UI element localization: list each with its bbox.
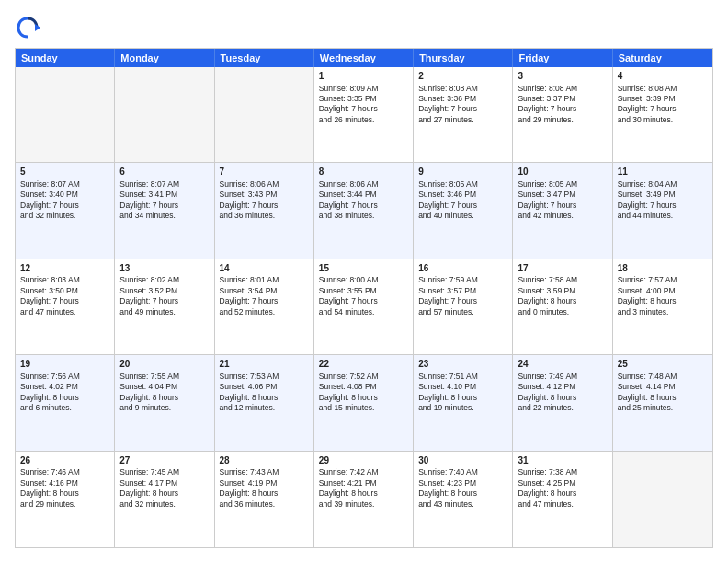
cell-line: and 52 minutes. <box>220 307 309 317</box>
cell-line: Daylight: 8 hours <box>220 488 309 499</box>
cell-line: Sunrise: 7:42 AM <box>319 467 408 477</box>
cell-line: Daylight: 7 hours <box>319 296 408 306</box>
cell-line: Daylight: 8 hours <box>119 393 209 403</box>
day-number: 7 <box>220 166 309 178</box>
cell-line: Sunrise: 8:06 AM <box>220 179 309 190</box>
calendar-cell-27: 27Sunrise: 7:45 AMSunset: 4:17 PMDayligh… <box>115 452 214 547</box>
cell-line: and 29 minutes. <box>20 500 109 510</box>
calendar-cell-2: 2Sunrise: 8:08 AMSunset: 3:36 PMDaylight… <box>414 67 513 162</box>
page: SundayMondayTuesdayWednesdayThursdayFrid… <box>0 0 728 563</box>
day-number: 23 <box>418 358 507 371</box>
cell-line: Sunrise: 7:46 AM <box>20 467 109 477</box>
calendar-cell-6: 6Sunrise: 8:07 AMSunset: 3:41 PMDaylight… <box>115 163 214 258</box>
cell-line: Sunset: 3:46 PM <box>418 190 507 200</box>
cell-line: Sunrise: 8:07 AM <box>119 179 209 190</box>
cell-line: Sunrise: 7:59 AM <box>418 275 507 285</box>
day-header-saturday: Saturday <box>613 49 712 67</box>
cell-line: Sunrise: 8:08 AM <box>418 84 507 94</box>
cell-line: Daylight: 8 hours <box>319 488 408 499</box>
cell-line: Daylight: 7 hours <box>20 201 109 211</box>
header <box>15 15 713 40</box>
cell-line: and 43 minutes. <box>418 500 507 510</box>
day-number: 9 <box>418 166 507 178</box>
day-number: 4 <box>618 70 708 83</box>
cell-line: and 47 minutes. <box>20 307 109 317</box>
calendar-row-4: 26Sunrise: 7:46 AMSunset: 4:16 PMDayligh… <box>16 452 712 547</box>
calendar-cell-3: 3Sunrise: 8:08 AMSunset: 3:37 PMDaylight… <box>513 67 612 162</box>
day-number: 25 <box>618 358 708 371</box>
cell-line: and 27 minutes. <box>418 115 507 125</box>
cell-line: Sunrise: 8:09 AM <box>319 84 408 94</box>
calendar-cell-16: 16Sunrise: 7:59 AMSunset: 3:57 PMDayligh… <box>414 259 513 354</box>
cell-line: Sunset: 3:55 PM <box>319 286 408 296</box>
day-number: 10 <box>518 166 607 178</box>
cell-line: and 54 minutes. <box>319 307 408 317</box>
day-number: 15 <box>319 262 408 275</box>
day-number: 12 <box>20 262 109 275</box>
calendar-cell-12: 12Sunrise: 8:03 AMSunset: 3:50 PMDayligh… <box>16 259 115 354</box>
cell-line: Daylight: 8 hours <box>618 296 708 306</box>
cell-line: Sunrise: 7:55 AM <box>119 372 209 382</box>
calendar-cell-7: 7Sunrise: 8:06 AMSunset: 3:43 PMDaylight… <box>215 163 314 258</box>
empty-cell <box>613 452 712 547</box>
cell-line: Sunset: 3:57 PM <box>418 286 507 296</box>
day-number: 30 <box>418 454 507 467</box>
day-number: 8 <box>319 166 408 178</box>
calendar-cell-25: 25Sunrise: 7:48 AMSunset: 4:14 PMDayligh… <box>613 355 712 450</box>
cell-line: and 26 minutes. <box>319 115 408 125</box>
cell-line: Sunrise: 8:00 AM <box>319 275 408 285</box>
empty-cell <box>16 67 115 162</box>
cell-line: and 0 minutes. <box>518 307 607 317</box>
cell-line: Sunrise: 8:05 AM <box>518 179 607 190</box>
calendar-row-0: 1Sunrise: 8:09 AMSunset: 3:35 PMDaylight… <box>16 67 712 163</box>
cell-line: Sunrise: 7:57 AM <box>618 275 708 285</box>
cell-line: Daylight: 8 hours <box>418 488 507 499</box>
cell-line: Daylight: 8 hours <box>518 488 607 499</box>
calendar-cell-13: 13Sunrise: 8:02 AMSunset: 3:52 PMDayligh… <box>115 259 214 354</box>
calendar-cell-26: 26Sunrise: 7:46 AMSunset: 4:16 PMDayligh… <box>16 452 115 547</box>
calendar-cell-14: 14Sunrise: 8:01 AMSunset: 3:54 PMDayligh… <box>215 259 314 354</box>
calendar-cell-31: 31Sunrise: 7:38 AMSunset: 4:25 PMDayligh… <box>513 452 612 547</box>
cell-line: Daylight: 7 hours <box>319 104 408 114</box>
cell-line: and 15 minutes. <box>319 403 408 413</box>
day-header-monday: Monday <box>115 49 214 67</box>
day-number: 27 <box>119 454 209 467</box>
day-number: 19 <box>20 358 109 371</box>
cell-line: Sunrise: 7:49 AM <box>518 372 607 382</box>
day-number: 17 <box>518 262 607 275</box>
cell-line: and 42 minutes. <box>518 211 607 221</box>
cell-line: Daylight: 8 hours <box>319 393 408 403</box>
cell-line: Daylight: 8 hours <box>220 393 309 403</box>
cell-line: Daylight: 7 hours <box>220 296 309 306</box>
cell-line: Sunrise: 8:07 AM <box>20 179 109 190</box>
cell-line: Sunset: 4:12 PM <box>518 382 607 392</box>
cell-line: Daylight: 7 hours <box>418 104 507 114</box>
calendar-cell-4: 4Sunrise: 8:08 AMSunset: 3:39 PMDaylight… <box>613 67 712 162</box>
cell-line: Sunrise: 7:38 AM <box>518 467 607 477</box>
cell-line: Sunrise: 7:58 AM <box>518 275 607 285</box>
calendar-row-2: 12Sunrise: 8:03 AMSunset: 3:50 PMDayligh… <box>16 259 712 355</box>
calendar-cell-15: 15Sunrise: 8:00 AMSunset: 3:55 PMDayligh… <box>314 259 414 354</box>
day-header-thursday: Thursday <box>414 49 513 67</box>
calendar-cell-18: 18Sunrise: 7:57 AMSunset: 4:00 PMDayligh… <box>613 259 712 354</box>
day-number: 22 <box>319 358 408 371</box>
cell-line: Daylight: 7 hours <box>119 201 209 211</box>
empty-cell <box>115 67 214 162</box>
calendar-cell-10: 10Sunrise: 8:05 AMSunset: 3:47 PMDayligh… <box>513 163 612 258</box>
cell-line: Sunrise: 8:05 AM <box>418 179 507 190</box>
cell-line: Sunset: 3:40 PM <box>20 190 109 200</box>
day-header-tuesday: Tuesday <box>215 49 314 67</box>
cell-line: Daylight: 7 hours <box>319 201 408 211</box>
logo <box>15 15 44 40</box>
empty-cell <box>215 67 314 162</box>
day-header-wednesday: Wednesday <box>314 49 414 67</box>
cell-line: Daylight: 7 hours <box>618 201 708 211</box>
cell-line: Sunset: 3:35 PM <box>319 94 408 104</box>
cell-line: Sunrise: 7:48 AM <box>618 372 708 382</box>
cell-line: Daylight: 8 hours <box>418 393 507 403</box>
cell-line: Sunrise: 8:01 AM <box>220 275 309 285</box>
cell-line: Sunrise: 7:56 AM <box>20 372 109 382</box>
cell-line: Sunrise: 8:04 AM <box>618 179 708 190</box>
cell-line: and 6 minutes. <box>20 403 109 413</box>
cell-line: and 25 minutes. <box>618 403 708 413</box>
